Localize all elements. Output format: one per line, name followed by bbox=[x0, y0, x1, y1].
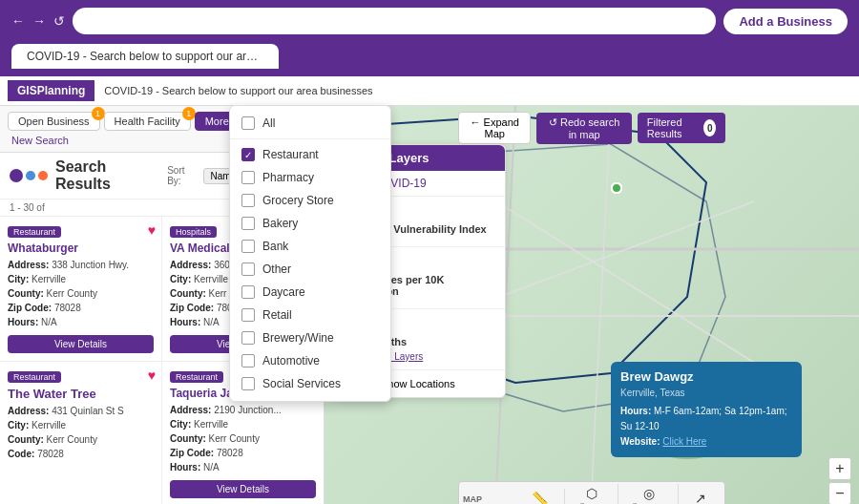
checkbox-bakery[interactable] bbox=[241, 217, 255, 230]
checkbox-bank[interactable] bbox=[241, 240, 255, 253]
dropdown-item-bank[interactable]: Bank bbox=[230, 235, 390, 258]
checkbox-restaurant[interactable]: ✓ bbox=[241, 148, 255, 161]
open-business-badge: 1 bbox=[92, 107, 105, 120]
logo-dot-blue bbox=[26, 171, 35, 180]
dropdown-label-bakery: Bakery bbox=[262, 217, 298, 230]
checkbox-social[interactable] bbox=[241, 377, 255, 390]
popup-detail: Hours: M-F 6am-12am; Sa 12pm-1am; Su 12-… bbox=[620, 404, 792, 450]
popup-website-link[interactable]: Click Here bbox=[662, 436, 706, 447]
map-tools-label: MAP TOOLS: bbox=[463, 494, 510, 505]
add-business-button[interactable]: Add a Business bbox=[723, 9, 848, 34]
zoom-controls: + − bbox=[828, 457, 851, 504]
zoom-in-button[interactable]: + bbox=[828, 457, 851, 480]
measure-icon: 📏 bbox=[532, 491, 548, 504]
card-detail: Address: 338 Junction Hwy. City: Kerrvil… bbox=[8, 258, 154, 329]
dropdown-item-social[interactable]: Social Services bbox=[230, 372, 390, 395]
card-type-badge: Restaurant bbox=[8, 226, 61, 238]
checkbox-other[interactable] bbox=[241, 262, 255, 276]
redo-search-button[interactable]: ↺ Redo search in map bbox=[536, 113, 631, 144]
map-tools-bar: MAP TOOLS: 📏 Measure ⬡ Filter Area ◎ Fil… bbox=[458, 481, 725, 504]
dropdown-label-all: All bbox=[262, 116, 275, 130]
dropdown-item-pharmacy[interactable]: Pharmacy bbox=[230, 166, 390, 189]
export-icon: ↗ bbox=[695, 491, 706, 504]
checkbox-all[interactable] bbox=[241, 116, 255, 130]
checkbox-brewery[interactable] bbox=[241, 331, 255, 345]
dropdown-item-automotive[interactable]: Automotive bbox=[230, 349, 390, 372]
health-facility-badge: 1 bbox=[182, 107, 196, 120]
checkbox-daycare[interactable] bbox=[241, 285, 255, 299]
back-button[interactable]: ← bbox=[11, 13, 25, 29]
health-facility-tab[interactable]: Health Facility 1 bbox=[104, 112, 191, 131]
map-background: Park ← Expand Map ↺ Redo search in map bbox=[325, 106, 859, 504]
svg-line-3 bbox=[592, 106, 611, 488]
dropdown-label-bank: Bank bbox=[262, 240, 288, 253]
dropdown-item-all[interactable]: All bbox=[230, 112, 390, 135]
gis-bar: GISPlanning COVID-19 - Search below to s… bbox=[0, 76, 859, 106]
browser-tab[interactable]: COVID-19 - Search below to support our a… bbox=[11, 44, 279, 69]
dropdown-label-social: Social Services bbox=[262, 377, 341, 390]
map-top-bar: ← Expand Map ↺ Redo search in map Filter… bbox=[458, 112, 725, 144]
view-details-button-4[interactable]: View Details bbox=[170, 480, 316, 498]
dropdown-label-daycare: Daycare bbox=[262, 285, 305, 299]
new-search-link[interactable]: New Search bbox=[11, 135, 69, 146]
filter-radius-icon: ◎ bbox=[643, 486, 655, 501]
filtered-results-badge: Filtered Results 0 bbox=[638, 113, 725, 143]
filter-area-icon: ⬡ bbox=[586, 486, 597, 501]
dropdown-label-other: Other bbox=[262, 262, 291, 276]
checkbox-pharmacy[interactable] bbox=[241, 171, 255, 184]
measure-tool[interactable]: 📏 Measure bbox=[515, 489, 565, 504]
card-title: Whataburger bbox=[8, 242, 154, 255]
address-bar[interactable] bbox=[73, 8, 716, 34]
dropdown-item-restaurant[interactable]: ✓ Restaurant bbox=[230, 143, 390, 166]
checkbox-retail[interactable] bbox=[241, 308, 255, 322]
logo-dot-purple bbox=[10, 169, 23, 182]
covid-notice: COVID-19 - Search below to support our a… bbox=[104, 85, 372, 96]
show-locations-label: Show Locations bbox=[381, 378, 455, 389]
business-card-whataburger: Restaurant ♥ Whataburger Address: 338 Ju… bbox=[0, 217, 162, 361]
popup-location: Kerrville, Texas bbox=[620, 388, 792, 398]
business-card-water-tree: Restaurant ♥ The Water Tree Address: 431… bbox=[0, 362, 162, 504]
dropdown-item-bakery[interactable]: Bakery bbox=[230, 212, 390, 235]
open-business-tab[interactable]: Open Business 1 bbox=[8, 112, 100, 131]
more-filters-dropdown: All ✓ Restaurant Pharmacy Grocery Store … bbox=[229, 105, 391, 402]
card-type-badge-3: Restaurant bbox=[8, 371, 61, 383]
dropdown-item-daycare[interactable]: Daycare bbox=[230, 281, 390, 304]
dropdown-label-grocery: Grocery Store bbox=[262, 194, 334, 207]
dropdown-label-brewery: Brewery/Wine bbox=[262, 331, 334, 345]
dropdown-item-retail[interactable]: Retail bbox=[230, 304, 390, 326]
card-type-badge-4: Restaurant bbox=[170, 371, 223, 383]
card-detail-3: Address: 431 Quinlan St S City: Kerrvill… bbox=[8, 404, 154, 461]
expand-map-button[interactable]: ← Expand Map bbox=[458, 112, 531, 144]
heart-icon-3[interactable]: ♥ bbox=[148, 368, 156, 383]
card-title-water-tree: The Water Tree bbox=[8, 387, 154, 401]
checkbox-grocery[interactable] bbox=[241, 194, 255, 207]
refresh-button[interactable]: ↺ bbox=[53, 13, 65, 29]
logo-area bbox=[10, 169, 48, 182]
gis-logo: GISPlanning bbox=[8, 80, 94, 101]
map-popup: Brew Dawgz Kerrville, Texas Hours: M-F 6… bbox=[611, 362, 802, 457]
zoom-out-button[interactable]: − bbox=[828, 482, 851, 504]
view-details-button-1[interactable]: View Details bbox=[8, 335, 154, 353]
dropdown-item-grocery[interactable]: Grocery Store bbox=[230, 189, 390, 212]
dropdown-label-automotive: Automotive bbox=[262, 354, 320, 368]
filter-radius-tool[interactable]: ◎ Filter Radius bbox=[620, 484, 679, 504]
filter-area-tool[interactable]: ⬡ Filter Area bbox=[567, 484, 618, 504]
map-area: Park ← Expand Map ↺ Redo search in map bbox=[325, 106, 859, 504]
logo-dot-orange bbox=[38, 171, 48, 180]
card-type-badge-2: Hospitals bbox=[170, 226, 217, 238]
card-detail-4: Address: 2190 Junction... City: Kerrvill… bbox=[170, 403, 316, 474]
dropdown-label-pharmacy: Pharmacy bbox=[262, 171, 314, 184]
map-pin[interactable] bbox=[611, 182, 622, 194]
popup-title: Brew Dawgz bbox=[620, 369, 792, 384]
results-count-zero: 0 bbox=[703, 119, 716, 136]
dropdown-item-other[interactable]: Other bbox=[230, 258, 390, 281]
heart-icon[interactable]: ♥ bbox=[148, 222, 156, 238]
forward-button[interactable]: → bbox=[32, 13, 46, 29]
dropdown-label-retail: Retail bbox=[262, 308, 292, 322]
checkbox-automotive[interactable] bbox=[241, 354, 255, 368]
results-title: Search Results bbox=[55, 158, 159, 193]
dropdown-item-brewery[interactable]: Brewery/Wine bbox=[230, 326, 390, 349]
dropdown-label-restaurant: Restaurant bbox=[262, 148, 319, 161]
export-tool[interactable]: ↗ Export bbox=[681, 489, 721, 504]
